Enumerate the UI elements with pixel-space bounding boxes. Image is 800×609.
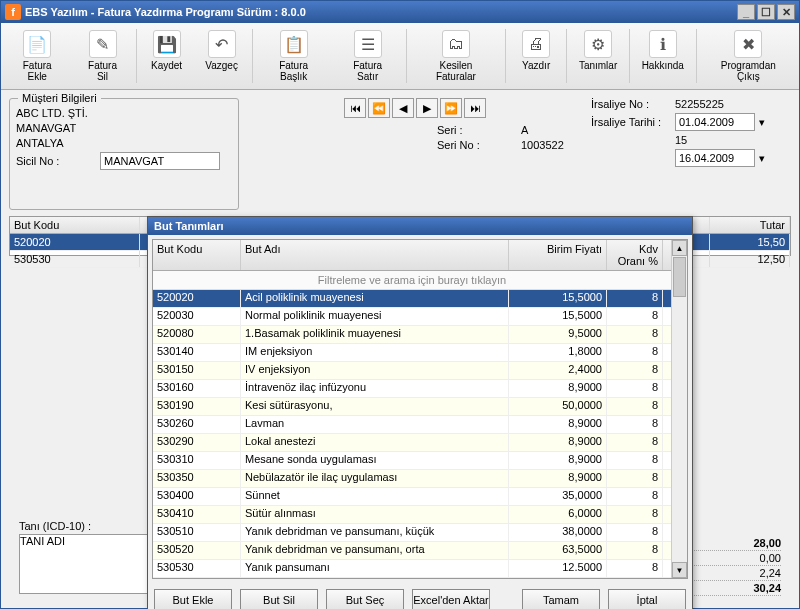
toolbar-label: Vazgeç (205, 60, 238, 71)
dialog-buttons: But Ekle But Sil But Seç Excel'den Aktar… (148, 583, 692, 609)
toolbar-icon: ✎ (89, 30, 117, 58)
scroll-thumb[interactable] (673, 257, 686, 297)
main-window: f EBS Yazılım - Fatura Yazdırma Programı… (0, 0, 800, 609)
toolbar-icon: 💾 (153, 30, 181, 58)
toolbar-fatura-başlık[interactable]: 📋Fatura Başlık (256, 25, 332, 87)
nav-next-page[interactable]: ⏩ (440, 98, 462, 118)
but-row[interactable]: 530260Lavman8,90008 (153, 416, 671, 434)
window-title: EBS Yazılım - Fatura Yazdırma Programı S… (25, 6, 306, 18)
toolbar-programdan-çıkış[interactable]: ✖Programdan Çıkış (700, 25, 797, 87)
nav-next[interactable]: ▶ (416, 98, 438, 118)
dropdown-icon[interactable]: ▾ (759, 116, 765, 129)
but-row[interactable]: 530310Mesane sonda uygulaması8,90008 (153, 452, 671, 470)
col-price[interactable]: Birim Fiyatı (509, 240, 607, 270)
toolbar-label: Fatura Başlık (265, 60, 323, 82)
toolbar-fatura-ekle[interactable]: 📄Fatura Ekle (3, 25, 71, 87)
dialog-title: But Tanımları (148, 217, 692, 235)
maximize-button[interactable]: ☐ (757, 4, 775, 20)
col-code[interactable]: But Kodu (153, 240, 241, 270)
toolbar-icon: ℹ (649, 30, 677, 58)
but-row[interactable]: 5200801.Basamak poliklinik muayenesi9,50… (153, 326, 671, 344)
but-row[interactable]: 520030Normal poliklinik muayenesi15,5000… (153, 308, 671, 326)
col-name[interactable]: But Adı (241, 240, 509, 270)
scroll-down-icon[interactable]: ▼ (672, 562, 687, 578)
vertical-scrollbar[interactable]: ▲ ▼ (671, 240, 687, 578)
irsaliye-tarihi-input[interactable] (675, 113, 755, 131)
toolbar-hakkında[interactable]: ℹHakkında (633, 25, 693, 87)
but-row[interactable]: 530160İntravenöz ilaç infüzyonu8,90008 (153, 380, 671, 398)
other-num: 15 (675, 134, 687, 146)
but-sec-button[interactable]: But Seç (326, 589, 404, 609)
dropdown-icon[interactable]: ▾ (759, 152, 765, 165)
main-toolbar: 📄Fatura Ekle✎Fatura Sil💾Kaydet↶Vazgeç📋Fa… (1, 23, 799, 90)
but-row[interactable]: 530410Sütür alınması6,00008 (153, 506, 671, 524)
toolbar-icon: ⚙ (584, 30, 612, 58)
but-row[interactable]: 520020Acil poliklinik muayenesi15,50008 (153, 290, 671, 308)
customer-group: Müşteri Bilgileri ABC LTD. ŞTİ. MANAVGAT… (9, 98, 239, 210)
customer-group-title: Müşteri Bilgileri (18, 92, 101, 104)
toolbar-label: Fatura Ekle (12, 60, 62, 82)
seri-label: Seri : (437, 124, 517, 136)
col-tutar[interactable]: Tutar (710, 217, 790, 233)
toolbar-icon: 🗂 (442, 30, 470, 58)
nav-first[interactable]: ⏮ (344, 98, 366, 118)
scroll-up-icon[interactable]: ▲ (672, 240, 687, 256)
toolbar-label: Tanımlar (579, 60, 617, 71)
toolbar-label: Yazdır (522, 60, 550, 71)
nav-last[interactable]: ⏭ (464, 98, 486, 118)
but-sil-button[interactable]: But Sil (240, 589, 318, 609)
toolbar-label: Fatura Satır (342, 60, 394, 82)
toolbar-fatura-sil[interactable]: ✎Fatura Sil (72, 25, 132, 87)
nav-prev[interactable]: ◀ (392, 98, 414, 118)
serino-value: 1003522 (521, 139, 581, 151)
customer-name: ABC LTD. ŞTİ. (16, 107, 88, 119)
record-navigator: ⏮ ⏪ ◀ ▶ ⏩ ⏭ (344, 98, 486, 118)
but-row[interactable]: 530140IM enjeksiyon1,80008 (153, 344, 671, 362)
app-icon: f (5, 4, 21, 20)
filter-row[interactable]: Filtreleme ve arama için burayı tıklayın (153, 271, 671, 290)
other-date-input[interactable] (675, 149, 755, 167)
serino-label: Seri No : (437, 139, 517, 151)
sicil-label: Sicil No : (16, 155, 96, 167)
but-row[interactable]: 530530Yanık pansumanı12.50008 (153, 560, 671, 578)
toolbar-kesilen-faturalar[interactable]: 🗂Kesilen Faturalar (410, 25, 503, 87)
irsaliye-no: 52255225 (675, 98, 724, 110)
toolbar-vazgeç[interactable]: ↶Vazgeç (195, 25, 249, 87)
toolbar-tanımlar[interactable]: ⚙Tanımlar (570, 25, 626, 87)
close-button[interactable]: ✕ (777, 4, 795, 20)
toolbar-yazdır[interactable]: 🖨Yazdır (509, 25, 563, 87)
toolbar-icon: ☰ (354, 30, 382, 58)
sicil-input[interactable] (100, 152, 220, 170)
title-bar: f EBS Yazılım - Fatura Yazdırma Programı… (1, 1, 799, 23)
seri-value: A (521, 124, 581, 136)
but-tanimlari-dialog: But Tanımları But Kodu But Adı Birim Fiy… (147, 216, 693, 609)
excel-aktar-button[interactable]: Excel'den Aktar (412, 589, 490, 609)
customer-city: MANAVGAT (16, 122, 76, 134)
toolbar-kaydet[interactable]: 💾Kaydet (140, 25, 194, 87)
toolbar-icon: 📄 (23, 30, 51, 58)
but-grid[interactable]: But Kodu But Adı Birim Fiyatı Kdv Oranı … (152, 239, 688, 579)
toolbar-label: Programdan Çıkış (709, 60, 788, 82)
customer-district: ANTALYA (16, 137, 64, 149)
but-row[interactable]: 530150IV enjeksiyon2,40008 (153, 362, 671, 380)
but-ekle-button[interactable]: But Ekle (154, 589, 232, 609)
but-row[interactable]: 530520Yanık debridman ve pansumanı, orta… (153, 542, 671, 560)
toolbar-icon: 🖨 (522, 30, 550, 58)
toolbar-label: Fatura Sil (81, 60, 123, 82)
col-but-kodu[interactable]: But Kodu (10, 217, 140, 233)
tamam-button[interactable]: Tamam (522, 589, 600, 609)
col-kdv[interactable]: Kdv Oranı % (607, 240, 663, 270)
but-row[interactable]: 530190Kesi sütürasyonu,50,00008 (153, 398, 671, 416)
toolbar-label: Kaydet (151, 60, 182, 71)
but-row[interactable]: 530400Sünnet35,00008 (153, 488, 671, 506)
minimize-button[interactable]: _ (737, 4, 755, 20)
iptal-button[interactable]: İptal (608, 589, 686, 609)
but-row[interactable]: 530290Lokal anestezi8,90008 (153, 434, 671, 452)
toolbar-icon: 📋 (280, 30, 308, 58)
nav-prev-page[interactable]: ⏪ (368, 98, 390, 118)
toolbar-label: Kesilen Faturalar (419, 60, 494, 82)
but-row[interactable]: 530350Nebülazatör ile ilaç uygulaması8,9… (153, 470, 671, 488)
but-row[interactable]: 530510Yanık debridman ve pansumanı, küçü… (153, 524, 671, 542)
toolbar-fatura-satır[interactable]: ☰Fatura Satır (333, 25, 403, 87)
toolbar-label: Hakkında (642, 60, 684, 71)
